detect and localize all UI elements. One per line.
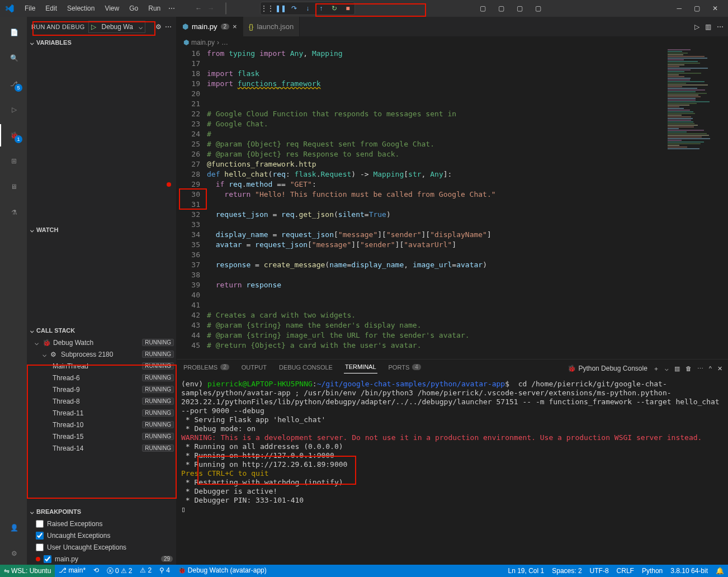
activity-search[interactable]: 🔍 <box>0 47 27 69</box>
checkbox[interactable] <box>36 532 44 540</box>
menu-go[interactable]: Go <box>125 2 143 15</box>
remote-indicator[interactable]: ⇋WSL: Ubuntu <box>0 565 55 577</box>
split-icon[interactable]: ▥ <box>705 23 711 31</box>
panel-tab-terminal[interactable]: TERMINAL <box>344 363 377 373</box>
activity-explorer[interactable]: 📄 <box>0 21 27 44</box>
thread-row[interactable]: Thread-9RUNNING <box>27 384 176 395</box>
section-watch[interactable]: ⌵WATCH <box>27 224 176 236</box>
layout-grid-icon[interactable]: ▢ <box>530 1 547 16</box>
activity-extensions[interactable]: ⊞ <box>0 150 27 172</box>
status-UTF-8[interactable]: UTF-8 <box>586 567 613 575</box>
status-debug[interactable]: 🐞Debug Watch (avatar-app) <box>174 566 271 574</box>
status-bell[interactable]: 🔔 <box>712 567 728 575</box>
code-editor[interactable]: 1617181920212223242526272829303132333435… <box>177 49 728 359</box>
drag-icon[interactable]: ⋮⋮ <box>263 4 272 13</box>
callstack-row[interactable]: ⌵🐞Debug WatchRUNNING <box>27 337 176 348</box>
activity-scm[interactable]: ⎇5 <box>0 73 27 95</box>
stop-icon[interactable]: ■ <box>343 4 352 13</box>
panel-tab-output[interactable]: OUTPUT <box>240 364 268 373</box>
bp-file[interactable]: main.py29 <box>27 553 176 565</box>
checkbox[interactable] <box>36 520 44 528</box>
terminal-output[interactable]: (env) pierrick@LAPTOP-HKU5PNNG:~/git/goo… <box>177 377 728 565</box>
split-terminal-icon[interactable]: ▥ <box>674 365 680 372</box>
more-icon[interactable]: ⋯ <box>697 365 703 372</box>
thread-row[interactable]: Thread-15RUNNING <box>27 431 176 442</box>
chevron-down-icon[interactable]: ⌵ <box>665 365 669 372</box>
debug-config-select[interactable]: ▷ Debug Wa ⌵ <box>88 21 145 33</box>
activity-accounts[interactable]: 👤 <box>0 517 27 539</box>
pause-icon[interactable]: ❚❚ <box>276 4 285 13</box>
section-breakpoints[interactable]: ⌵BREAKPOINTS <box>27 505 176 518</box>
more-icon[interactable]: ⋯ <box>717 23 724 31</box>
bp-user-uncaught-exceptions[interactable]: User Uncaught Exceptions <box>27 541 176 553</box>
menu-bar: FileEditSelectionViewGoRun <box>20 2 165 15</box>
status-CRLF[interactable]: CRLF <box>613 567 638 575</box>
tab-launch.json[interactable]: {} launch.json <box>243 17 300 36</box>
menu-selection[interactable]: Selection <box>63 2 99 15</box>
window-close[interactable]: ✕ <box>707 1 724 16</box>
status-Spaces: 2[interactable]: Spaces: 2 <box>548 567 585 575</box>
status-radio[interactable]: ⚲4 <box>155 566 174 574</box>
breakpoint-dot-icon[interactable] <box>167 182 171 187</box>
minimap[interactable] <box>668 49 721 138</box>
menu-file[interactable]: File <box>20 2 40 15</box>
thread-row[interactable]: Thread-8RUNNING <box>27 395 176 407</box>
terminal-selector[interactable]: 🐞Python Debug Console <box>568 365 647 372</box>
status-branch[interactable]: ⎇main* <box>55 566 89 574</box>
thread-row[interactable]: Thread-11RUNNING <box>27 407 176 419</box>
nav-fwd-icon[interactable]: → <box>207 4 214 12</box>
close-icon[interactable]: × <box>233 22 237 31</box>
close-panel-icon[interactable]: ✕ <box>717 365 722 372</box>
thread-row[interactable]: Thread-14RUNNING <box>27 442 176 454</box>
section-variables[interactable]: ⌵VARIABLES <box>27 36 176 49</box>
status-sync[interactable]: ⟲ <box>89 566 103 574</box>
breadcrumb[interactable]: ⬢ main.py › … <box>177 36 728 49</box>
status-3.8.10 64-bit[interactable]: 3.8.10 64-bit <box>666 567 712 575</box>
start-debug-icon[interactable]: ▷ <box>89 23 98 31</box>
trash-icon[interactable]: 🗑 <box>686 365 692 372</box>
status-Python[interactable]: Python <box>638 567 666 575</box>
menu-run[interactable]: Run <box>144 2 165 15</box>
panel-tab-problems[interactable]: PROBLEMS 2 <box>182 364 230 373</box>
activity-remote[interactable]: 🖥 <box>0 176 27 198</box>
window-maximize[interactable]: ▢ <box>688 1 706 16</box>
step-into-icon[interactable]: ↓ <box>303 4 312 13</box>
menu-view[interactable]: View <box>100 2 124 15</box>
bp-uncaught-exceptions[interactable]: Uncaught Exceptions <box>27 529 176 541</box>
thread-row[interactable]: Thread-6RUNNING <box>27 372 176 384</box>
command-center[interactable] <box>225 2 226 15</box>
thread-row[interactable]: Thread-10RUNNING <box>27 419 176 431</box>
status-Ln 19, Col 1[interactable]: Ln 19, Col 1 <box>504 567 548 575</box>
maximize-panel-icon[interactable]: ^ <box>709 365 712 372</box>
run-icon[interactable]: ▷ <box>694 23 699 31</box>
activity-debug[interactable]: 🐞1 <box>0 124 27 146</box>
status-error[interactable]: ⓧ0 ⚠2 <box>103 566 136 576</box>
window-minimize[interactable]: ─ <box>671 1 687 16</box>
panel-tab-ports[interactable]: PORTS 4 <box>387 364 422 373</box>
checkbox[interactable] <box>44 555 51 563</box>
step-out-icon[interactable]: ↑ <box>316 4 325 13</box>
activity-test[interactable]: ⚗ <box>0 201 27 224</box>
tab-main.py[interactable]: ⬢ main.py 2 × <box>177 17 243 36</box>
section-callstack[interactable]: ⌵CALL STACK <box>27 324 176 337</box>
panel-tab-debug-console[interactable]: DEBUG CONSOLE <box>278 364 334 373</box>
restart-icon[interactable]: ↻ <box>330 4 339 13</box>
activity-settings[interactable]: ⚙ <box>0 542 27 565</box>
nav-back-icon[interactable]: ← <box>195 4 202 12</box>
chevron-down-icon[interactable]: ⌵ <box>136 23 145 31</box>
menu-edit[interactable]: Edit <box>41 2 62 15</box>
activity-run[interactable]: ▷ <box>0 98 27 121</box>
thread-row[interactable]: MainThreadRUNNING <box>27 360 176 372</box>
menu-more-icon[interactable]: ⋯ <box>165 2 178 15</box>
callstack-row[interactable]: ⌵⚙Subprocess 2180RUNNING <box>27 348 176 360</box>
new-terminal-icon[interactable]: ＋ <box>653 365 659 373</box>
bp-raised-exceptions[interactable]: Raised Exceptions <box>27 518 176 529</box>
panel-bottom-icon[interactable]: ▢ <box>493 1 510 16</box>
step-over-icon[interactable]: ↷ <box>290 4 299 13</box>
panel-left-icon[interactable]: ▢ <box>474 1 491 16</box>
more-icon[interactable]: ⋯ <box>165 23 172 31</box>
gear-icon[interactable]: ⚙ <box>155 23 162 31</box>
checkbox[interactable] <box>36 543 44 551</box>
status-warning[interactable]: ⚠2 <box>136 566 155 574</box>
panel-right-icon[interactable]: ▢ <box>511 1 528 16</box>
